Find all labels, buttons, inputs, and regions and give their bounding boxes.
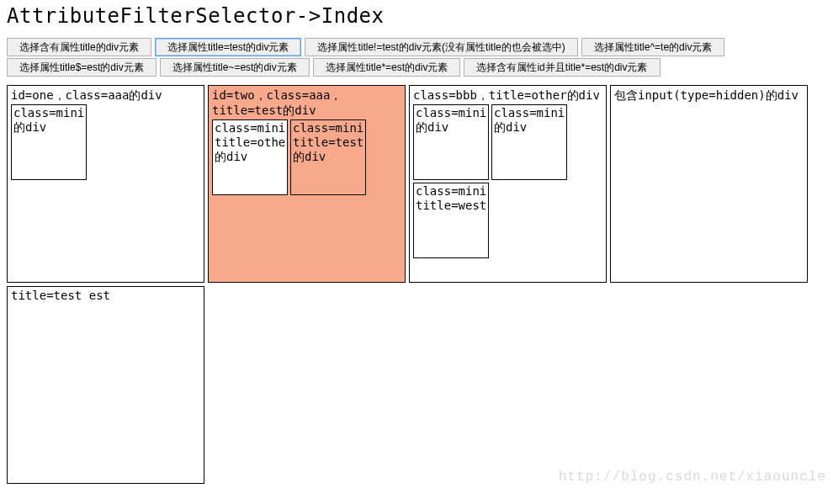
box-four: 包含input(type=hidden)的div [610, 85, 808, 283]
box-two: id=two，class=aaa，title=test的div class=mi… [208, 85, 406, 283]
btn-title-eq-test[interactable]: 选择属性title=test的div元素 [155, 38, 301, 56]
box-three: class=bbb，title=other的div class=mini的div… [409, 85, 607, 283]
btn-title-ends-est[interactable]: 选择属性title$=est的div元素 [7, 58, 157, 77]
box-two-child-1: class=mini，title=test的div [290, 119, 366, 195]
box-two-child-0: class=mini，title=other的div [212, 119, 288, 195]
box-three-child-2: class=mini，title=west [413, 183, 489, 258]
watermark: http://blog.csdn.net/xiaouncle [559, 470, 826, 485]
box-last: title=test est [7, 286, 204, 484]
button-row-2: 选择属性title$=est的div元素 选择属性title~=est的div元… [7, 58, 826, 77]
btn-title-contains-est[interactable]: 选择属性title*=est的div元素 [313, 58, 461, 77]
btn-has-title[interactable]: 选择含有属性title的div元素 [7, 38, 151, 56]
btn-title-word-est[interactable]: 选择属性title~=est的div元素 [160, 58, 310, 77]
boxes-row-2: title=test est [7, 286, 826, 484]
btn-title-starts-te[interactable]: 选择属性title^=te的div元素 [581, 38, 725, 56]
box-one: id=one，class=aaa的div class=mini的div [7, 85, 204, 283]
btn-id-and-title-contains-est[interactable]: 选择含有属性id并且title*=est的div元素 [464, 58, 660, 77]
box-three-child-1: class=mini的div [491, 104, 567, 180]
box-three-child-0: class=mini的div [413, 104, 489, 180]
box-four-label: 包含input(type=hidden)的div [614, 88, 804, 103]
btn-title-ne-test[interactable]: 选择属性title!=test的div元素(没有属性title的也会被选中) [305, 38, 577, 56]
box-one-label: id=one，class=aaa的div [11, 88, 200, 103]
box-one-child-0: class=mini的div [11, 104, 87, 180]
page-title: AttributeFilterSelector->Index [7, 4, 826, 28]
box-two-children: class=mini，title=other的div class=mini，ti… [212, 119, 401, 195]
box-three-children: class=mini的div class=mini的div class=mini… [413, 104, 602, 258]
box-two-label: id=two，class=aaa，title=test的div [212, 88, 401, 118]
box-last-label: title=test est [11, 289, 200, 302]
box-three-label: class=bbb，title=other的div [413, 88, 602, 103]
boxes-row-1: id=one，class=aaa的div class=mini的div id=t… [7, 85, 826, 283]
button-row-1: 选择含有属性title的div元素 选择属性title=test的div元素 选… [7, 38, 826, 56]
box-one-children: class=mini的div [11, 104, 200, 180]
